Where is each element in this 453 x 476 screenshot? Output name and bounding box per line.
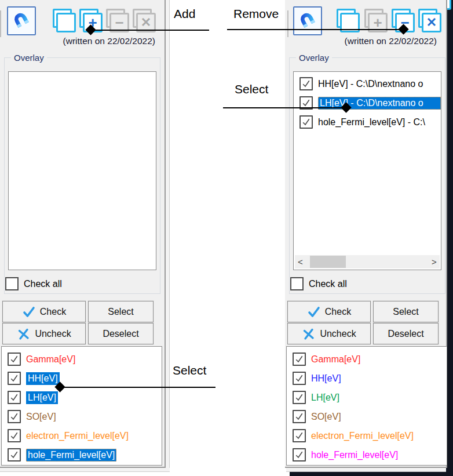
checkbox-unchecked-icon[interactable] bbox=[5, 277, 19, 290]
legend-list-item[interactable]: SO[eV] bbox=[2, 407, 162, 426]
written-on-timestamp: (written on 22/02/2022) bbox=[0, 36, 155, 46]
curve-legend-list[interactable]: Gamma[eV]HH[eV]LH[eV]SO[eV]electron_Ferm… bbox=[286, 346, 447, 466]
checkbox-unchecked-icon[interactable] bbox=[290, 277, 304, 290]
right-panel: + − ✕ (written on 22/02/2022) Overlay HH… bbox=[285, 0, 447, 468]
item-label: Gamma[eV] bbox=[311, 354, 360, 365]
page-front bbox=[56, 13, 76, 32]
legend-list-rows: Gamma[eV]HH[eV]LH[eV]SO[eV]electron_Ferm… bbox=[287, 350, 447, 464]
legend-list-item[interactable]: hole_Fermi_level[eV] bbox=[2, 445, 162, 464]
legend-list-item[interactable]: HH[eV] bbox=[2, 369, 162, 388]
blue-check-icon bbox=[22, 305, 36, 319]
legend-list-item[interactable]: LH[eV] bbox=[2, 388, 162, 407]
deselect-button-label: Deselect bbox=[103, 329, 138, 339]
check-button-label: Check bbox=[40, 307, 66, 317]
overlay-groupbox: Overlay bbox=[4, 57, 160, 294]
overlay-list[interactable] bbox=[8, 71, 156, 270]
legend-list-item[interactable]: electron_Fermi_level[eV] bbox=[2, 426, 162, 445]
overlay-list-item[interactable]: hole_Fermi_level[eV] - C:\ bbox=[294, 112, 441, 132]
check-all-label: Check all bbox=[309, 279, 347, 289]
overlay-list-item[interactable]: HH[eV] - C:\D\nextnano o bbox=[294, 74, 441, 93]
annotation-add-line bbox=[91, 30, 209, 31]
checkbox-checked-icon[interactable] bbox=[8, 391, 21, 404]
deselect-button[interactable]: Deselect bbox=[373, 323, 439, 344]
checkbox-checked-icon[interactable] bbox=[293, 448, 306, 462]
item-label: electron_Fermi_level[eV] bbox=[311, 431, 414, 441]
checkbox-checked-icon[interactable] bbox=[8, 410, 21, 423]
toolbar-separator bbox=[287, 10, 288, 37]
overlay-group-label: Overlay bbox=[11, 53, 47, 63]
overlay-list[interactable]: HH[eV] - C:\D\nextnano oLH[eV] - C:\D\ne… bbox=[293, 71, 441, 270]
scroll-left-arrow[interactable]: < bbox=[295, 255, 306, 268]
overlay-list-item[interactable]: LH[eV] - C:\D\nextnano o bbox=[294, 93, 441, 112]
left-window-frame-right bbox=[166, 0, 170, 471]
check-all-label: Check all bbox=[24, 279, 62, 289]
checkbox-checked-icon[interactable] bbox=[299, 115, 313, 129]
legend-list-item[interactable]: LH[eV] bbox=[287, 388, 447, 407]
background-window-bottom-edge bbox=[290, 471, 453, 476]
check-button[interactable]: Check bbox=[287, 301, 371, 322]
scroll-right-arrow[interactable]: > bbox=[429, 255, 440, 268]
checkbox-checked-icon[interactable] bbox=[293, 410, 306, 423]
item-label: hole_Fermi_level[eV] - C:\ bbox=[318, 117, 441, 128]
checkbox-checked-icon[interactable] bbox=[8, 372, 21, 385]
checkbox-checked-icon[interactable] bbox=[8, 353, 21, 366]
toolbar-separator bbox=[0, 10, 1, 37]
legend-list-item[interactable]: Gamma[eV] bbox=[287, 350, 447, 369]
uncheck-button-label: Uncheck bbox=[320, 329, 356, 339]
item-label: electron_Fermi_level[eV] bbox=[26, 431, 129, 441]
legend-list-item[interactable]: hole_Fermi_level[eV] bbox=[287, 445, 447, 464]
magnet-icon bbox=[293, 6, 322, 35]
checkbox-checked-icon[interactable] bbox=[8, 429, 21, 442]
legend-list-item[interactable]: SO[eV] bbox=[287, 407, 447, 426]
delete-overlay-button[interactable]: ✕ bbox=[417, 8, 443, 34]
check-button-label: Check bbox=[325, 307, 351, 317]
item-label: hole_Fermi_level[eV] bbox=[26, 449, 116, 462]
item-label: hole_Fermi_level[eV] bbox=[311, 450, 398, 460]
scrollbar-thumb[interactable] bbox=[310, 256, 346, 268]
item-label: HH[eV] - C:\D\nextnano o bbox=[318, 79, 441, 89]
checkbox-checked-icon[interactable] bbox=[293, 353, 306, 366]
checkbox-checked-icon[interactable] bbox=[293, 429, 306, 442]
checkbox-checked-icon[interactable] bbox=[8, 448, 21, 462]
magnet-snap-tool-button[interactable] bbox=[7, 6, 36, 35]
annotation-remove-line bbox=[227, 29, 404, 30]
legend-list-item[interactable]: Gamma[eV] bbox=[2, 350, 162, 369]
select-button-label: Select bbox=[108, 307, 133, 317]
check-all-checkbox[interactable]: Check all bbox=[290, 277, 347, 290]
uncheck-button[interactable]: Uncheck bbox=[2, 323, 86, 344]
annotation-select-overlay-line bbox=[223, 107, 346, 108]
legend-list-rows: Gamma[eV]HH[eV]LH[eV]SO[eV]electron_Ferm… bbox=[2, 350, 162, 464]
left-window-frame-bottom bbox=[0, 468, 170, 472]
item-label: HH[eV] bbox=[311, 373, 341, 384]
legend-list-item[interactable]: electron_Fermi_level[eV] bbox=[287, 426, 447, 445]
annotation-select-legend-label: Select bbox=[173, 364, 206, 377]
overlay-group-label: Overlay bbox=[296, 53, 332, 63]
select-button[interactable]: Select bbox=[373, 301, 439, 322]
item-label: LH[eV] bbox=[311, 393, 339, 403]
item-label: SO[eV] bbox=[311, 412, 341, 422]
item-label: LH[eV] bbox=[26, 391, 58, 404]
check-button[interactable]: Check bbox=[2, 301, 86, 322]
screenshot-root: + − ✕ (written on 22/02/2022) Overlay Ch… bbox=[0, 0, 453, 476]
annotation-select-overlay-label: Select bbox=[235, 82, 268, 96]
uncheck-button[interactable]: Uncheck bbox=[287, 323, 371, 344]
checkbox-checked-icon[interactable] bbox=[293, 391, 306, 404]
legend-list-item[interactable]: HH[eV] bbox=[287, 369, 447, 388]
select-button[interactable]: Select bbox=[88, 301, 154, 322]
checkbox-checked-icon[interactable] bbox=[293, 372, 306, 385]
checkbox-checked-icon[interactable] bbox=[299, 77, 313, 90]
annotation-select-legend-line bbox=[60, 387, 215, 388]
curve-legend-list[interactable]: Gamma[eV]HH[eV]LH[eV]SO[eV]electron_Ferm… bbox=[1, 346, 162, 466]
deselect-button-label: Deselect bbox=[388, 329, 423, 339]
horizontal-scrollbar[interactable]: < > bbox=[295, 255, 440, 268]
left-panel: + − ✕ (written on 22/02/2022) Overlay Ch… bbox=[0, 0, 166, 468]
item-label: HH[eV] bbox=[26, 372, 60, 385]
magnet-snap-tool-button[interactable] bbox=[293, 6, 322, 35]
item-label: SO[eV] bbox=[26, 412, 56, 422]
deselect-button[interactable]: Deselect bbox=[88, 323, 154, 344]
overlay-list-rows: HH[eV] - C:\D\nextnano oLH[eV] - C:\D\ne… bbox=[294, 74, 441, 132]
blank-overlay-icon[interactable] bbox=[51, 8, 77, 34]
check-all-checkbox[interactable]: Check all bbox=[5, 277, 62, 290]
magnet-icon bbox=[6, 6, 36, 35]
blue-x-icon bbox=[302, 327, 316, 341]
